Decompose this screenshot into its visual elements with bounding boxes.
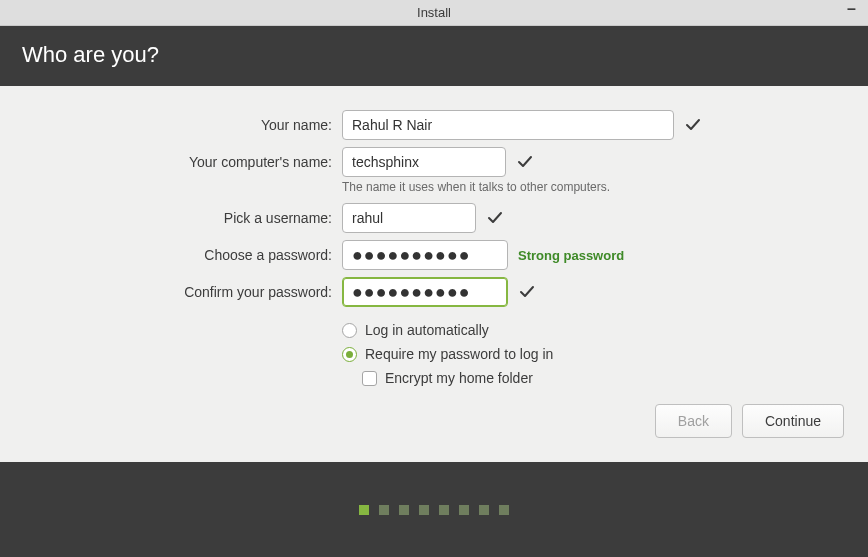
page-title: Who are you?	[22, 42, 846, 68]
user-form: Your name: Your computer's name: The nam…	[0, 110, 868, 386]
checkmark-icon	[486, 209, 504, 227]
checkmark-icon	[518, 283, 536, 301]
option-auto-login[interactable]: Log in automatically	[342, 322, 868, 338]
back-button[interactable]: Back	[655, 404, 732, 438]
hostname-hint: The name it uses when it talks to other …	[342, 180, 868, 194]
option-label: Require my password to log in	[365, 346, 553, 362]
confirm-password-input[interactable]	[342, 277, 508, 307]
row-name: Your name:	[0, 110, 868, 140]
progress-dot	[419, 505, 429, 515]
continue-button[interactable]: Continue	[742, 404, 844, 438]
row-username: Pick a username:	[0, 203, 868, 233]
option-label: Encrypt my home folder	[385, 370, 533, 386]
progress-footer	[0, 462, 868, 557]
checkmark-icon	[684, 116, 702, 134]
progress-dot	[499, 505, 509, 515]
confirm-label: Confirm your password:	[0, 284, 332, 300]
progress-dot	[399, 505, 409, 515]
login-options: Log in automatically Require my password…	[342, 322, 868, 386]
option-require-password[interactable]: Require my password to log in	[342, 346, 868, 362]
progress-dot	[359, 505, 369, 515]
password-strength: Strong password	[518, 248, 624, 263]
page-header: Who are you?	[0, 26, 868, 86]
progress-dot	[459, 505, 469, 515]
window-title: Install	[417, 5, 451, 20]
content-area: Your name: Your computer's name: The nam…	[0, 86, 868, 462]
name-input[interactable]	[342, 110, 674, 140]
username-label: Pick a username:	[0, 210, 332, 226]
username-input[interactable]	[342, 203, 476, 233]
option-label: Log in automatically	[365, 322, 489, 338]
checkbox-icon	[362, 371, 377, 386]
name-label: Your name:	[0, 117, 332, 133]
progress-dot	[379, 505, 389, 515]
row-password: Choose a password: Strong password	[0, 240, 868, 270]
password-input[interactable]	[342, 240, 508, 270]
titlebar: Install –	[0, 0, 868, 26]
password-label: Choose a password:	[0, 247, 332, 263]
row-hostname: Your computer's name:	[0, 147, 868, 177]
option-encrypt-home[interactable]: Encrypt my home folder	[362, 370, 868, 386]
row-confirm: Confirm your password:	[0, 277, 868, 307]
progress-dot	[439, 505, 449, 515]
minimize-icon[interactable]: –	[847, 4, 856, 14]
progress-dot	[479, 505, 489, 515]
hostname-input[interactable]	[342, 147, 506, 177]
button-row: Back Continue	[0, 386, 868, 456]
hostname-label: Your computer's name:	[0, 154, 332, 170]
radio-icon	[342, 347, 357, 362]
checkmark-icon	[516, 153, 534, 171]
radio-icon	[342, 323, 357, 338]
